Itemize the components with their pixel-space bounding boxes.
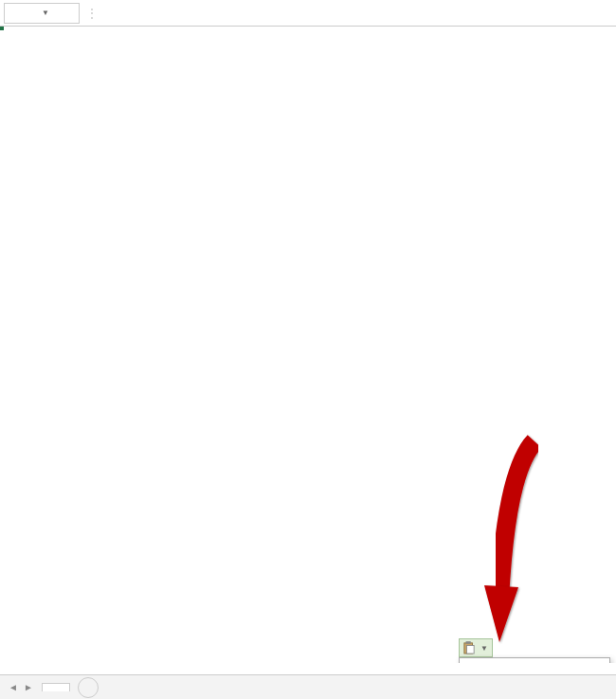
sheet-tab[interactable] bbox=[42, 683, 70, 691]
chevron-down-icon: ▼ bbox=[480, 644, 488, 653]
active-cell-highlight bbox=[0, 27, 4, 30]
add-sheet-button[interactable] bbox=[78, 677, 99, 698]
divider: ⋮ bbox=[83, 6, 100, 21]
tab-nav-prev[interactable]: ◄ bbox=[6, 682, 21, 692]
red-arrow-annotation bbox=[482, 434, 568, 652]
fx-button[interactable] bbox=[150, 3, 169, 24]
paste-smart-tag[interactable]: ▼ bbox=[459, 638, 493, 657]
spreadsheet[interactable]: ▼ bbox=[0, 27, 616, 663]
formula-bar: ▼ ⋮ bbox=[0, 0, 616, 27]
svg-rect-2 bbox=[466, 641, 471, 644]
confirm-button[interactable] bbox=[127, 3, 146, 24]
paste-options-popover bbox=[459, 657, 610, 663]
clipboard-icon bbox=[463, 641, 475, 654]
name-box[interactable]: ▼ bbox=[4, 3, 80, 24]
sheet-tab-bar: ◄ ► bbox=[0, 674, 616, 699]
cancel-button[interactable] bbox=[104, 3, 123, 24]
chevron-down-icon[interactable]: ▼ bbox=[42, 9, 73, 17]
formula-input[interactable] bbox=[172, 3, 612, 24]
svg-rect-1 bbox=[466, 645, 474, 654]
tab-nav-next[interactable]: ► bbox=[21, 682, 36, 692]
selection-border bbox=[0, 27, 4, 30]
